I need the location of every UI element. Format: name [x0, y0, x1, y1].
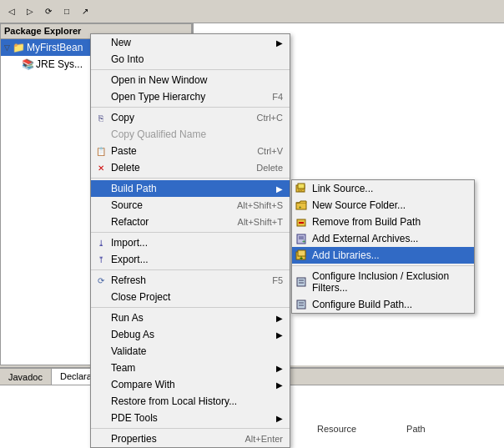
menu-label: Close Project: [111, 291, 170, 303]
menu-item-run-as[interactable]: Run As ▶: [91, 310, 290, 326]
add-libraries-icon: +: [295, 249, 309, 262]
svg-text:+: +: [302, 239, 305, 244]
copy-icon: ⎘: [94, 111, 108, 124]
submenu-item-link-source[interactable]: src Link Source...: [292, 180, 474, 197]
menu-label: Compare With: [111, 379, 175, 390]
forward-button[interactable]: ▷: [22, 3, 38, 20]
svg-text:src: src: [298, 188, 304, 193]
menu-label: Open in New Window: [111, 74, 207, 86]
submenu-item-configure-filters[interactable]: Configure Inclusion / Exclusion Filters.…: [292, 268, 474, 296]
menu-item-copy-qualified[interactable]: Copy Qualified Name: [91, 126, 290, 143]
separator-2: [91, 107, 290, 108]
separator-5: [91, 269, 290, 270]
column-headers: Resource Path: [317, 424, 426, 434]
submenu-item-new-source-folder[interactable]: + New Source Folder...: [292, 197, 474, 214]
submenu-arrow: ▶: [276, 330, 283, 340]
svg-rect-14: [297, 278, 305, 286]
tab-label: Javadoc: [8, 372, 43, 382]
shortcut-label: Alt+Enter: [244, 434, 283, 444]
shortcut-label: Delete: [256, 163, 283, 173]
export-icon: ⤒: [94, 253, 108, 266]
toolbar: ◁ ▷ ⟳ □ ↗: [0, 0, 504, 23]
menu-label: Debug As: [111, 329, 154, 340]
menu-item-export[interactable]: ⤒ Export...: [91, 251, 290, 268]
separator-4: [91, 232, 290, 233]
menu-item-refresh[interactable]: ⟳ Refresh F5: [91, 272, 290, 289]
submenu-arrow: ▶: [276, 380, 283, 390]
new-source-folder-icon: +: [295, 199, 309, 212]
menu-item-delete[interactable]: ✕ Delete Delete: [91, 159, 290, 176]
menu-label: Refactor: [111, 216, 149, 228]
submenu-arrow: ▶: [276, 414, 283, 423]
submenu-arrow: ▶: [276, 184, 283, 194]
shortcut-label: Ctrl+V: [257, 146, 283, 156]
submenu-arrow: ▶: [276, 38, 283, 48]
shortcut-label: Alt+Shift+T: [238, 217, 283, 227]
menu-label: Go Into: [111, 53, 144, 65]
submenu-item-configure-build-path[interactable]: Configure Build Path...: [292, 296, 474, 313]
menu-item-build-path[interactable]: Build Path ▶ src Link Source...: [91, 180, 290, 197]
submenu-label: Link Source...: [312, 183, 373, 194]
menu-label: Paste: [111, 145, 137, 157]
submenu-label: Configure Build Path...: [312, 299, 412, 310]
menu-item-refactor[interactable]: Refactor Alt+Shift+T: [91, 214, 290, 230]
menu-label: Build Path: [111, 183, 157, 194]
context-menu: New ▶ Go Into Open in New Window Open Ty…: [90, 33, 290, 448]
menu-label: Validate: [111, 345, 146, 357]
menu-item-restore-local[interactable]: Restore from Local History...: [91, 393, 290, 410]
shortcut-label: Alt+Shift+S: [237, 200, 283, 210]
submenu-separator: [292, 265, 474, 266]
menu-item-go-into[interactable]: Go Into: [91, 51, 290, 68]
submenu-label: Configure Inclusion / Exclusion Filters.…: [312, 270, 467, 294]
menu-item-import[interactable]: ⤓ Import...: [91, 234, 290, 251]
menu-item-open-type-hierarchy[interactable]: Open Type Hierarchy F4: [91, 88, 290, 105]
library-icon: 📚: [21, 58, 34, 71]
menu-item-team[interactable]: Team ▶: [91, 360, 290, 376]
menu-item-pde-tools[interactable]: PDE Tools ▶: [91, 410, 290, 426]
menu-item-validate[interactable]: Validate: [91, 343, 290, 360]
menu-item-source[interactable]: Source Alt+Shift+S: [91, 197, 290, 214]
menu-label: Delete: [111, 162, 140, 174]
delete-icon: ✕: [94, 161, 108, 174]
link-source-icon: src: [295, 182, 309, 195]
minimize-button[interactable]: □: [58, 3, 75, 20]
tree-item-label: MyFirstBean: [27, 42, 83, 53]
back-button[interactable]: ◁: [3, 3, 20, 20]
separator-6: [91, 307, 290, 308]
maximize-button[interactable]: ↗: [77, 3, 93, 20]
menu-item-debug-as[interactable]: Debug As ▶: [91, 326, 290, 343]
menu-item-compare-with[interactable]: Compare With ▶: [91, 376, 290, 393]
paste-icon: 📋: [94, 144, 108, 158]
menu-label: Restore from Local History...: [111, 395, 237, 407]
menu-label: Export...: [111, 254, 149, 265]
svg-rect-17: [297, 300, 305, 309]
submenu-arrow: ▶: [276, 364, 283, 373]
menu-label: Refresh: [111, 274, 146, 286]
shortcut-label: F5: [272, 275, 283, 285]
tree-item-label: JRE Sys...: [36, 58, 83, 70]
submenu-item-remove-build-path[interactable]: Remove from Build Path: [292, 214, 474, 230]
menu-item-copy[interactable]: ⎘ Copy Ctrl+C: [91, 109, 290, 126]
submenu-label: Add External Archives...: [312, 233, 418, 244]
path-header: Path: [406, 424, 426, 434]
remove-build-path-icon: [295, 215, 309, 229]
menu-label: Source: [111, 199, 143, 211]
menu-item-close-project[interactable]: Close Project: [91, 289, 290, 305]
separator-1: [91, 69, 290, 70]
menu-label: Copy Qualified Name: [111, 128, 206, 140]
project-icon: 📁: [12, 41, 25, 54]
submenu-arrow: ▶: [276, 314, 283, 323]
submenu-label: Remove from Build Path: [312, 216, 421, 228]
menu-item-new[interactable]: New ▶: [91, 34, 290, 51]
submenu-item-add-external-archives[interactable]: + Add External Archives...: [292, 230, 474, 247]
tab-javadoc[interactable]: Javadoc: [0, 369, 52, 385]
import-icon: ⤓: [94, 236, 108, 249]
refresh-toolbar-button[interactable]: ⟳: [40, 3, 57, 20]
configure-build-path-icon: [295, 298, 309, 311]
menu-item-open-new-window[interactable]: Open in New Window: [91, 72, 290, 88]
menu-item-properties[interactable]: Properties Alt+Enter: [91, 430, 290, 447]
submenu-item-add-libraries[interactable]: + Add Libraries...: [292, 247, 474, 264]
menu-label: New: [111, 37, 131, 48]
menu-item-paste[interactable]: 📋 Paste Ctrl+V: [91, 143, 290, 159]
submenu-label: New Source Folder...: [312, 199, 406, 211]
